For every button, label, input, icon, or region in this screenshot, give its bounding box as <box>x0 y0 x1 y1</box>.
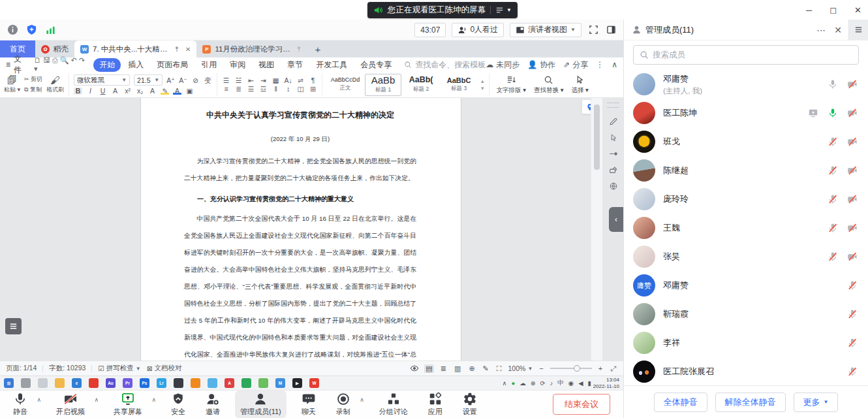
member-row[interactable]: 邓庸赞(主持人, 我) <box>624 70 868 99</box>
tray-icon[interactable]: ◉ <box>568 379 574 387</box>
panel-close-icon[interactable]: ✕ <box>834 25 842 35</box>
watching-banner[interactable]: 您正在观看医工陈坤的屏幕 ▼ <box>367 2 518 18</box>
gallery-up-icon[interactable]: ▴ <box>481 78 484 84</box>
mic-active-icon[interactable] <box>828 108 838 118</box>
camera-off-icon[interactable] <box>847 79 858 89</box>
mic-muted-icon[interactable] <box>828 194 838 204</box>
annotate-pen-icon[interactable] <box>609 117 618 126</box>
member-search-input[interactable]: 搜索成员 <box>633 45 859 65</box>
tray-icon[interactable]: ♪ <box>550 379 553 387</box>
side-panel-toggle-icon[interactable] <box>605 24 617 36</box>
taskbar-app-icon[interactable]: Ps <box>140 378 149 388</box>
toolbar-invite[interactable]: 邀请 <box>200 391 225 418</box>
ribbon-tool-icon[interactable]: x² <box>123 88 132 95</box>
view-page-icon[interactable]: ▤ <box>424 364 433 373</box>
ribbon-tool-icon[interactable]: 变 <box>204 77 212 84</box>
ribbon-tool-icon[interactable]: ⇥ <box>259 77 268 84</box>
text-layout-tool[interactable]: 文字排版 ▾ <box>497 75 526 95</box>
member-row[interactable]: 庸赞邓庸赞 <box>624 271 868 300</box>
ribbon-tool-icon[interactable]: A⁺ <box>166 77 175 84</box>
ribbon-tool-icon[interactable]: A↓ <box>284 77 292 84</box>
panel-menu-toggle[interactable] <box>848 20 868 40</box>
more-tools-icon[interactable] <box>609 182 618 191</box>
pin-icon[interactable] <box>174 46 180 52</box>
camera-off-icon[interactable] <box>847 251 858 262</box>
mic-muted-icon[interactable] <box>847 309 858 319</box>
command-search[interactable]: 查找命令、搜索模板 <box>404 59 486 71</box>
ribbon-tool-icon[interactable]: U <box>99 88 107 95</box>
chevron-up-icon[interactable]: ∧ <box>94 396 99 403</box>
tray-icon[interactable]: ☁ <box>519 379 526 387</box>
style-cell[interactable]: AaBbC标题 3 <box>441 74 477 96</box>
camera-off-icon[interactable] <box>847 194 858 204</box>
taskbar-clock[interactable]: 13:04 2022-11-10 <box>593 377 619 390</box>
camera-off-icon[interactable] <box>847 108 858 118</box>
unmute-all-button[interactable]: 解除全体静音 <box>715 393 786 412</box>
view-mode-select[interactable]: 演讲者视图▼ <box>510 23 581 37</box>
fit-page-icon[interactable]: ⛶ <box>495 364 503 373</box>
zoom-level[interactable]: 100%▼ <box>508 364 533 372</box>
laser-pointer-icon[interactable] <box>609 149 618 158</box>
collapse-ribbon-icon[interactable]: ∧ <box>612 60 617 69</box>
ribbon-tool-icon[interactable]: ▦ <box>271 77 280 84</box>
more-button[interactable]: 更多▼ <box>794 393 839 412</box>
ribbon-tool-icon[interactable]: B <box>74 88 82 95</box>
new-tab-button[interactable]: + <box>308 40 327 57</box>
ribbon-tool-icon[interactable]: ⊘ <box>191 77 200 84</box>
taskbar-app-icon[interactable]: W <box>309 378 319 388</box>
document-canvas[interactable]: 中共中央关于认真学习宣传贯彻党的二十大精神的决定 (2022 年 10 月 29… <box>0 98 623 361</box>
taskbar-app-icon[interactable] <box>21 378 31 388</box>
wps-tab-docer[interactable]: ✿稻壳 <box>35 40 74 57</box>
member-row[interactable]: 张昊 <box>624 242 868 271</box>
zoom-out-icon[interactable]: − <box>538 364 544 373</box>
close-button[interactable]: ✕ <box>854 5 861 15</box>
tray-icon[interactable]: ◀ <box>578 379 583 387</box>
ribbon-tool-icon[interactable]: ≡ <box>222 86 230 93</box>
taskbar-app-icon[interactable] <box>89 378 99 388</box>
more-menu-icon[interactable]: ⋮ <box>596 60 604 69</box>
member-row[interactable]: 医工院张展召 <box>624 357 868 386</box>
chevron-up-icon[interactable]: ∧ <box>151 396 156 403</box>
close-tab-icon[interactable]: ✕ <box>185 46 191 53</box>
style-cell[interactable]: AaBb标题 1 <box>365 74 401 96</box>
cut-button[interactable]: ✂ 剪切 <box>24 75 42 84</box>
gallery-down-icon[interactable]: ▾ <box>481 85 484 91</box>
tray-icon[interactable]: ⊗ <box>531 379 536 387</box>
toolbar-chat[interactable]: 聊天 <box>296 391 321 418</box>
document-page[interactable]: 中共中央关于认真学习宣传贯彻党的二十大精神的决定 (2022 年 10 月 29… <box>140 98 461 361</box>
wps-file-menu[interactable]: ≡文件 <box>6 54 27 76</box>
mic-icon[interactable] <box>828 79 838 89</box>
mic-muted-icon[interactable] <box>847 338 858 348</box>
member-row[interactable]: 靳瑞霞 <box>624 300 868 329</box>
member-row[interactable]: 王魏 <box>624 214 868 242</box>
security-shield-icon[interactable] <box>25 24 37 36</box>
member-row[interactable]: 李祥 <box>624 329 868 357</box>
ribbon-tool-icon[interactable]: ⊞ <box>309 86 317 93</box>
taskbar-app-icon[interactable]: ⊞ <box>4 378 14 388</box>
ribbon-tool-icon[interactable]: A <box>111 88 119 95</box>
view-outline-icon[interactable]: ≣ <box>439 364 448 373</box>
share-button[interactable]: ⇗分享 <box>563 59 588 71</box>
ribbon-tool-icon[interactable]: ☱ <box>234 77 243 84</box>
mic-muted-icon[interactable] <box>847 366 858 377</box>
camera-off-icon[interactable] <box>847 165 858 176</box>
wps-menu-tab[interactable]: 会员专享 <box>354 58 397 72</box>
select-tool[interactable]: 选择 ▾ <box>571 75 588 95</box>
toolbar-shield[interactable]: 安全 <box>166 391 191 418</box>
member-row[interactable]: 班戈 <box>624 127 868 156</box>
toolbar-breakout[interactable]: 分组讨论 <box>374 391 413 418</box>
taskbar-app-icon[interactable]: M <box>275 378 285 388</box>
viewers-count[interactable]: 0人看过 <box>452 23 504 37</box>
banner-list-icon[interactable] <box>495 6 504 14</box>
taskbar-app-icon[interactable] <box>241 378 251 388</box>
ribbon-tool-icon[interactable]: I <box>86 88 95 95</box>
ribbon-tool-icon[interactable]: ⇤ <box>247 77 255 84</box>
taskbar-app-icon[interactable]: Au <box>106 378 116 388</box>
find-replace-tool[interactable]: 查找替换 ▾ <box>534 75 563 95</box>
ribbon-tool-icon[interactable]: ¶ <box>309 77 317 84</box>
mic-muted-icon[interactable] <box>828 251 838 262</box>
wps-menu-tab[interactable]: 页面布局 <box>151 58 194 72</box>
tray-icon[interactable]: ⟳ <box>540 379 546 387</box>
copy-button[interactable]: ⧉ 复制 <box>24 86 42 94</box>
mic-muted-icon[interactable] <box>828 137 838 147</box>
